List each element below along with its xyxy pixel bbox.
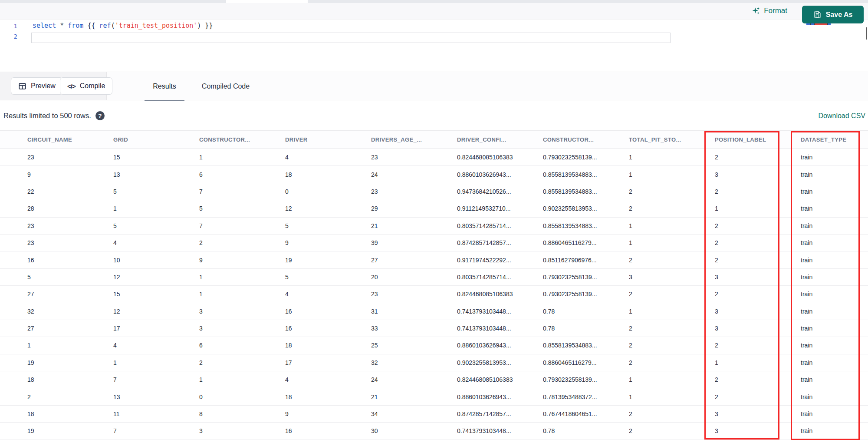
save-as-button[interactable]: Save As: [802, 6, 864, 23]
table-cell: 3: [194, 427, 279, 434]
help-icon[interactable]: ?: [95, 111, 105, 120]
column-header: CONSTRUCTOR...: [194, 136, 279, 143]
table-cell: 3: [194, 308, 279, 315]
table-cell: 2: [623, 325, 709, 332]
format-button[interactable]: Format: [752, 7, 787, 15]
column-header: DATASET_TYPE: [795, 136, 868, 143]
table-cell: 2: [194, 239, 279, 246]
editor-minimap[interactable]: [805, 21, 864, 64]
table-cell: 2: [623, 427, 709, 434]
results-info-bar: Results limited to 500 rows. ? Download …: [0, 101, 868, 130]
table-row: 281512290.9112149532710...0.902325581395…: [0, 200, 868, 217]
table-cell: 5: [108, 188, 194, 195]
table-cell: 18: [279, 393, 365, 400]
table-cell: 4: [108, 342, 194, 349]
table-cell: 0.7413793103448...: [451, 325, 537, 332]
table-cell: 4: [279, 154, 365, 161]
table-cell: 15: [108, 291, 194, 298]
table-cell: 1: [108, 205, 194, 212]
table-cell: 27: [22, 325, 108, 332]
table-cell: 2: [623, 188, 709, 195]
format-label: Format: [764, 7, 787, 15]
table-cell: 0.9473684210526...: [451, 188, 537, 195]
table-cell: 0.78: [537, 308, 623, 315]
table-cell: 2: [623, 410, 709, 417]
column-header: POSITION_LABEL: [709, 136, 795, 143]
table-cell: 0.8860103626943...: [451, 342, 537, 349]
table-cell: 1: [623, 393, 709, 400]
download-csv-link[interactable]: Download CSV: [819, 112, 866, 120]
table-cell: 23: [365, 291, 451, 298]
save-icon: [813, 10, 822, 19]
preview-button[interactable]: Preview: [11, 77, 63, 95]
table-cell: 2: [709, 257, 795, 264]
table-cell: 31: [365, 308, 451, 315]
table-cell: 0.78: [537, 325, 623, 332]
table-cell: 2: [709, 393, 795, 400]
table-cell: 23: [22, 154, 108, 161]
table-cell: 32: [365, 359, 451, 366]
compile-button[interactable]: </> Compile: [60, 77, 112, 95]
table-cell: 3: [709, 325, 795, 332]
table-row: 271514230.8244680851063830.7930232558139…: [0, 286, 868, 303]
table-cell: train: [795, 257, 868, 264]
table-cell: 33: [365, 325, 451, 332]
table-cell: 5: [194, 205, 279, 212]
table-cell: 0.9112149532710...: [451, 205, 537, 212]
column-header: DRIVERS_AGE_...: [365, 136, 451, 143]
tab-compiled-code[interactable]: Compiled Code: [197, 72, 254, 101]
table-cell: 3: [623, 274, 709, 281]
table-cell: 1: [194, 376, 279, 383]
table-cell: 0.7413793103448...: [451, 308, 537, 315]
column-header: CIRCUIT_NAME: [22, 136, 108, 143]
table-cell: 2: [22, 393, 108, 400]
table-cell: 2: [623, 291, 709, 298]
table-cell: 0.824468085106383: [451, 291, 537, 298]
table-row: 181189340.8742857142857...0.767441860465…: [0, 406, 868, 423]
table-row: 23429390.8742857142857...0.8860465116279…: [0, 235, 868, 251]
table-header-row: CIRCUIT_NAMEGRIDCONSTRUCTOR...DRIVERDRIV…: [0, 130, 868, 149]
tab-results[interactable]: Results: [145, 72, 184, 101]
column-header: GRID: [108, 136, 194, 143]
table-cell: 3: [709, 427, 795, 434]
table-cell: 19: [22, 359, 108, 366]
table-cell: 5: [279, 222, 365, 229]
table-cell: 13: [108, 171, 194, 178]
table-cell: 0.78: [537, 427, 623, 434]
table-cell: 2: [194, 359, 279, 366]
results-table: CIRCUIT_NAMEGRIDCONSTRUCTOR...DRIVERDRIV…: [0, 130, 868, 443]
table-cell: 24: [365, 376, 451, 383]
table-cell: 0.9023255813953...: [451, 359, 537, 366]
table-cell: 2: [709, 188, 795, 195]
table-cell: 0.8860103626943...: [451, 171, 537, 178]
table-cell: 1: [623, 154, 709, 161]
table-cell: 9: [194, 257, 279, 264]
active-line-highlight[interactable]: [31, 33, 671, 43]
table-body: 231514230.8244680851063830.7930232558139…: [0, 149, 868, 440]
table-cell: 25: [365, 342, 451, 349]
table-cell: 0.9171974522292...: [451, 257, 537, 264]
table-cell: 24: [365, 171, 451, 178]
code-line-1[interactable]: select * from {{ ref('train_test_positio…: [33, 22, 213, 30]
editor-scrollbar[interactable]: [866, 27, 867, 40]
sql-editor[interactable]: 1 2 select * from {{ ref('train_test_pos…: [0, 20, 868, 69]
table-cell: 1: [709, 205, 795, 212]
table-cell: 0.8860465116279...: [537, 239, 623, 246]
table-cell: 18: [279, 342, 365, 349]
table-cell: 11: [108, 410, 194, 417]
table-cell: 12: [279, 205, 365, 212]
table-row: 213018210.8860103626943...0.781395348837…: [0, 388, 868, 405]
active-tab-indicator: [226, 0, 308, 3]
table-cell: 4: [279, 376, 365, 383]
table-cell: train: [795, 188, 868, 195]
table-cell: 7: [194, 222, 279, 229]
table-cell: 0.8742857142857...: [451, 239, 537, 246]
table-cell: 8: [194, 410, 279, 417]
table-cell: 1: [194, 291, 279, 298]
table-cell: 23: [22, 239, 108, 246]
table-cell: train: [795, 308, 868, 315]
table-cell: train: [795, 376, 868, 383]
table-cell: 16: [279, 308, 365, 315]
table-cell: 39: [365, 239, 451, 246]
code-token: }}: [201, 22, 213, 30]
